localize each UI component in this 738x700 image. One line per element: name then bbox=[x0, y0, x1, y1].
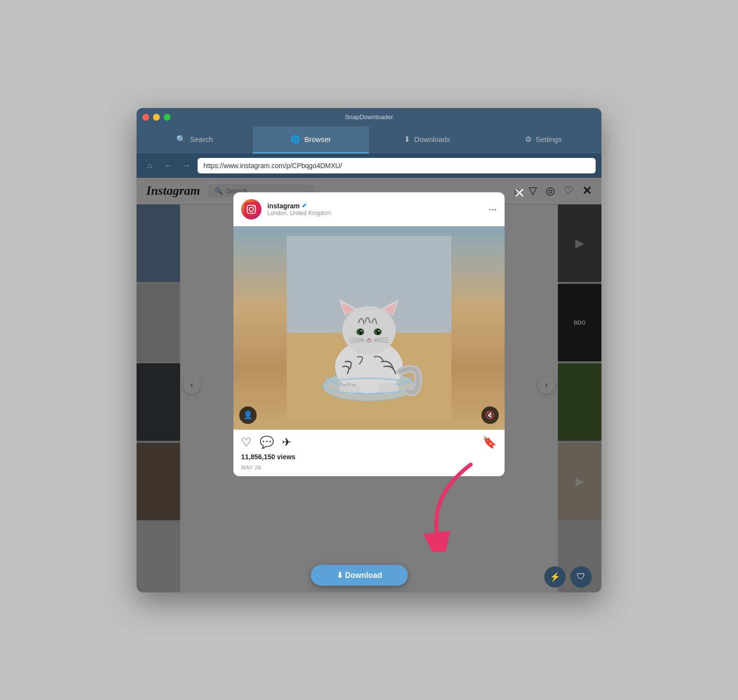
post-views: 11,856,150 views bbox=[233, 451, 505, 463]
app-title: SnapDownloader bbox=[345, 113, 393, 121]
video-mute-icon[interactable]: 🔇 bbox=[481, 406, 499, 424]
browser-content: Instagram 🔍 Search ⌂ ▽ ◎ ♡ ✕ bbox=[137, 178, 601, 592]
bookmark-button[interactable]: 🔖 bbox=[482, 436, 497, 449]
title-bar: SnapDownloader bbox=[137, 108, 601, 126]
close-button[interactable] bbox=[142, 114, 149, 121]
svg-rect-0 bbox=[245, 202, 258, 216]
post-user-info: instagram ✔ London, United Kingdom bbox=[267, 202, 483, 217]
post-actions: ♡ 💬 ✈ 🔖 bbox=[233, 430, 505, 451]
svg-point-15 bbox=[359, 329, 362, 335]
forward-button[interactable]: → bbox=[179, 158, 194, 173]
post-avatar bbox=[241, 199, 261, 219]
app-window: SnapDownloader 🔍 Search 🌐 Browser ⬇ Down… bbox=[137, 108, 601, 592]
svg-point-16 bbox=[377, 329, 380, 335]
post-header: instagram ✔ London, United Kingdom ··· bbox=[233, 192, 505, 226]
modal-overlay: ✕ bbox=[137, 178, 601, 592]
post-more-button[interactable]: ··· bbox=[489, 203, 497, 215]
like-button[interactable]: ♡ bbox=[241, 436, 252, 449]
tab-downloads[interactable]: ⬇ Downloads bbox=[369, 126, 485, 154]
verified-badge: ✔ bbox=[302, 202, 307, 209]
modal-close-button[interactable]: ✕ bbox=[510, 185, 528, 202]
home-button[interactable]: ⌂ bbox=[142, 158, 157, 173]
search-tab-icon: 🔍 bbox=[176, 135, 186, 144]
tab-settings[interactable]: ⚙ Settings bbox=[485, 126, 601, 154]
shield-button[interactable]: 🛡 bbox=[570, 566, 592, 588]
maximize-button[interactable] bbox=[164, 114, 170, 121]
svg-point-17 bbox=[361, 330, 362, 331]
svg-point-8 bbox=[342, 306, 396, 355]
browser-tab-label: Browser bbox=[304, 135, 331, 143]
tab-search[interactable]: 🔍 Search bbox=[137, 126, 253, 154]
svg-point-18 bbox=[378, 330, 380, 331]
downloads-tab-label: Downloads bbox=[414, 135, 450, 143]
video-user-icon: 👤 bbox=[239, 406, 257, 424]
download-button[interactable]: ⬇ Download bbox=[311, 565, 408, 586]
lightning-button[interactable]: ⚡ bbox=[544, 566, 566, 588]
post-image: 👤 🔇 bbox=[233, 226, 505, 430]
minimize-button[interactable] bbox=[153, 114, 160, 121]
back-button[interactable]: ← bbox=[161, 158, 175, 173]
url-input[interactable] bbox=[198, 158, 596, 173]
tab-browser[interactable]: 🌐 Browser bbox=[253, 126, 369, 154]
search-tab-label: Search bbox=[190, 135, 213, 143]
post-username: instagram ✔ bbox=[267, 202, 483, 210]
comment-button[interactable]: 💬 bbox=[260, 436, 274, 449]
post-modal: ✕ bbox=[233, 192, 505, 476]
post-location: London, United Kingdom bbox=[267, 210, 483, 217]
svg-point-3 bbox=[254, 205, 255, 207]
settings-tab-label: Settings bbox=[536, 135, 562, 143]
bottom-toolbar: ⚡ 🛡 bbox=[544, 566, 592, 588]
address-bar: ⌂ ← → bbox=[137, 154, 601, 178]
browser-tab-icon: 🌐 bbox=[291, 135, 300, 144]
settings-tab-icon: ⚙ bbox=[525, 135, 532, 144]
post-date: MAY 28 bbox=[233, 463, 505, 476]
tab-bar: 🔍 Search 🌐 Browser ⬇ Downloads ⚙ Setting… bbox=[137, 126, 601, 154]
downloads-tab-icon: ⬇ bbox=[404, 135, 410, 144]
traffic-lights bbox=[142, 114, 170, 121]
share-button[interactable]: ✈ bbox=[282, 436, 292, 449]
